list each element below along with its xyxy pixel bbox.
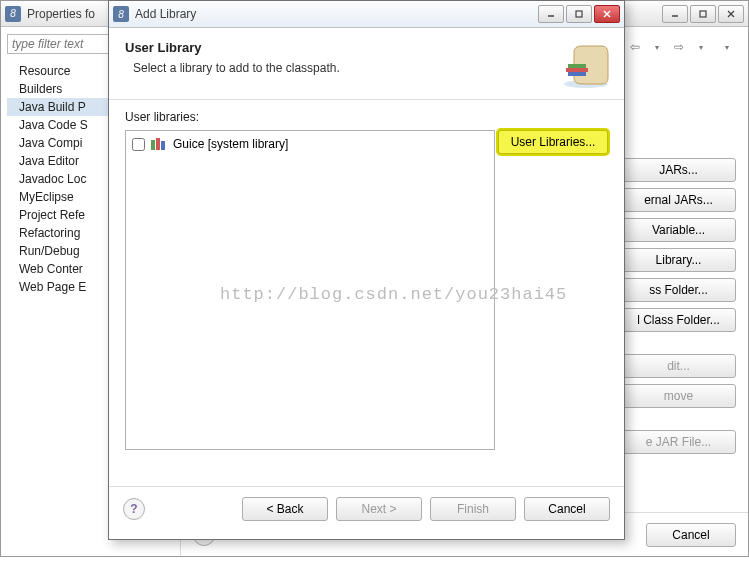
- properties-win-controls: [662, 5, 744, 23]
- nav-back-icon[interactable]: ⇦: [626, 40, 644, 54]
- nav-forward-icon[interactable]: ⇨: [670, 40, 688, 54]
- library-banner-icon: [560, 38, 612, 90]
- dialog-title: Add Library: [135, 7, 538, 21]
- finish-button: Finish: [430, 497, 516, 521]
- minimize-button[interactable]: [662, 5, 688, 23]
- user-libraries-button[interactable]: User Libraries...: [498, 130, 608, 154]
- nav-history: ⇦▾ ⇨▾ ▾: [626, 40, 736, 54]
- library-name: Guice [system library]: [173, 137, 288, 151]
- dialog-header: User Library Select a library to add to …: [109, 28, 624, 100]
- back-button[interactable]: < Back: [242, 497, 328, 521]
- app-icon: 8: [113, 6, 129, 22]
- add-external-jars-button[interactable]: ernal JARs...: [621, 188, 736, 212]
- svg-rect-12: [151, 140, 155, 150]
- properties-cancel-button[interactable]: Cancel: [646, 523, 736, 547]
- close-button[interactable]: [718, 5, 744, 23]
- svg-rect-13: [156, 138, 160, 150]
- dialog-heading: User Library: [125, 40, 608, 55]
- library-icon: [151, 138, 167, 150]
- migrate-jar-button: e JAR File...: [621, 430, 736, 454]
- add-variable-button[interactable]: Variable...: [621, 218, 736, 242]
- close-button[interactable]: [594, 5, 620, 23]
- list-item[interactable]: Guice [system library]: [130, 135, 490, 153]
- add-library-button[interactable]: Library...: [621, 248, 736, 272]
- nav-back-dropdown-icon[interactable]: ▾: [648, 43, 666, 52]
- dialog-win-controls: [538, 5, 620, 23]
- add-external-class-folder-button[interactable]: l Class Folder...: [621, 308, 736, 332]
- user-libraries-label: User libraries:: [125, 110, 199, 124]
- svg-rect-1: [700, 11, 706, 17]
- app-icon: 8: [5, 6, 21, 22]
- user-libraries-list[interactable]: Guice [system library]: [125, 130, 495, 450]
- svg-rect-11: [568, 72, 586, 76]
- dialog-body: User libraries: Guice [system library] U…: [109, 100, 624, 486]
- remove-button: move: [621, 384, 736, 408]
- dialog-subtext: Select a library to add to the classpath…: [133, 61, 608, 75]
- dialog-titlebar: 8 Add Library: [109, 1, 624, 28]
- nav-forward-dropdown-icon[interactable]: ▾: [692, 43, 710, 52]
- classpath-buttons: JARs... ernal JARs... Variable... Librar…: [621, 158, 736, 454]
- dialog-footer: ? < Back Next > Finish Cancel: [109, 486, 624, 530]
- add-library-dialog: 8 Add Library User Library Select a libr…: [108, 0, 625, 540]
- maximize-button[interactable]: [690, 5, 716, 23]
- help-icon[interactable]: ?: [123, 498, 145, 520]
- svg-rect-5: [576, 11, 582, 17]
- add-class-folder-button[interactable]: ss Folder...: [621, 278, 736, 302]
- nav-menu-icon[interactable]: ▾: [718, 43, 736, 52]
- cancel-button[interactable]: Cancel: [524, 497, 610, 521]
- svg-rect-14: [161, 141, 165, 150]
- maximize-button[interactable]: [566, 5, 592, 23]
- library-checkbox[interactable]: [132, 138, 145, 151]
- minimize-button[interactable]: [538, 5, 564, 23]
- svg-rect-10: [566, 68, 588, 72]
- add-jars-button[interactable]: JARs...: [621, 158, 736, 182]
- svg-rect-9: [568, 64, 586, 68]
- edit-button: dit...: [621, 354, 736, 378]
- next-button: Next >: [336, 497, 422, 521]
